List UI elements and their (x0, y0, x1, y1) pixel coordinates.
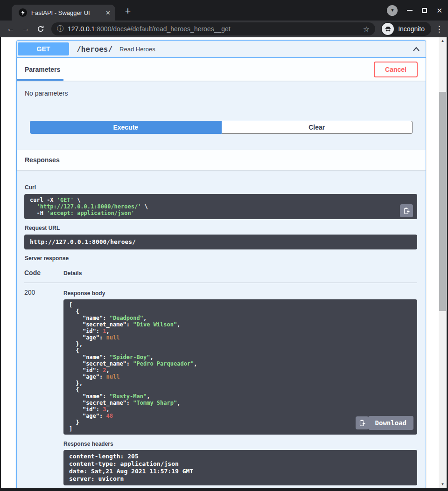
request-url-label: Request URL (25, 225, 417, 231)
opblock-get-heroes: GET /heroes/ Read Heroes Parameters Canc… (16, 40, 426, 488)
copy-curl-button[interactable] (400, 204, 413, 217)
back-icon[interactable]: ← (4, 24, 18, 34)
incognito-badge: Incognito (381, 22, 431, 36)
response-details: Response body Download [ { "name": " (63, 289, 417, 485)
active-tab-underline (17, 79, 63, 81)
curl-label: Curl (25, 184, 417, 191)
minimize-button[interactable] (407, 10, 413, 11)
cancel-button[interactable]: Cancel (374, 62, 418, 77)
collapse-chevron-icon[interactable] (413, 47, 420, 52)
page-area: GET /heroes/ Read Heroes Parameters Canc… (0, 37, 448, 488)
status-code: 200 (24, 289, 63, 485)
url-text: 127.0.0.1:8000/docs#/default/read_heroes… (68, 25, 359, 33)
browser-tab[interactable]: FastAPI - Swagger UI ✕ (12, 5, 115, 21)
fastapi-favicon-icon (19, 8, 27, 17)
parameters-header: Parameters Cancel (17, 58, 426, 81)
details-column-header: Details (63, 270, 82, 277)
new-tab-button[interactable]: + (121, 5, 134, 18)
endpoint-summary: Read Heroes (119, 46, 155, 53)
forward-icon[interactable]: → (19, 24, 33, 34)
window-close-button[interactable]: ✕ (436, 7, 442, 14)
scrollbar-down-icon[interactable]: ▼ (439, 482, 447, 486)
maximize-button[interactable] (422, 8, 427, 13)
tab-search-icon[interactable]: ▼ (387, 5, 398, 16)
url-path: :8000/docs#/default/read_heroes_heroes__… (95, 25, 230, 33)
response-headers-label: Response headers (63, 441, 417, 447)
url-host: 127.0.0.1 (68, 25, 95, 33)
site-info-icon[interactable]: ⓘ (57, 25, 63, 33)
code-column-header: Code (24, 269, 63, 277)
response-body-block: Download [ { "name": "Deadpond", "secret… (63, 299, 417, 435)
address-bar[interactable]: ⓘ 127.0.0.1:8000/docs#/default/read_hero… (51, 22, 375, 35)
copy-response-button[interactable] (356, 416, 369, 429)
curl-command-block: curl -X 'GET' \ 'http://127.0.0.1:8000/h… (24, 194, 417, 219)
scrollbar-up-icon[interactable]: ▲ (439, 39, 447, 43)
bookmark-star-icon[interactable]: ☆ (363, 25, 370, 34)
swagger-content: GET /heroes/ Read Heroes Parameters Canc… (1, 37, 439, 488)
tab-title: FastAPI - Swagger UI (31, 9, 102, 16)
browser-menu-icon[interactable]: ⋮ (434, 24, 444, 34)
incognito-label: Incognito (398, 25, 425, 33)
page-scrollbar[interactable]: ▲ ▼ (439, 37, 447, 488)
request-url-block: http://127.0.0.1:8000/heroes/ (24, 235, 417, 249)
responses-section: Curl curl -X 'GET' \ 'http://127.0.0.1:8… (17, 170, 426, 488)
execute-button[interactable]: Execute (30, 121, 222, 134)
reload-icon[interactable] (34, 24, 48, 34)
download-button[interactable]: Download (368, 416, 413, 430)
execute-wrapper: Execute Clear (30, 121, 413, 134)
responses-title: Responses (25, 156, 60, 164)
opblock-summary[interactable]: GET /heroes/ Read Heroes (17, 41, 426, 58)
incognito-icon (382, 23, 394, 35)
responses-header: Responses (17, 150, 426, 170)
tab-close-icon[interactable]: ✕ (105, 10, 111, 16)
server-response-label: Server response (25, 255, 417, 262)
response-headers-block: content-length: 205content-type: applica… (63, 450, 417, 485)
response-table-header: Code Details (24, 269, 417, 283)
response-body-label: Response body (63, 290, 417, 297)
response-row-200: 200 Response body Download (24, 283, 417, 485)
endpoint-path: /heroes/ (77, 45, 112, 54)
browser-toolbar: ← → ⓘ 127.0.0.1:8000/docs#/default/read_… (0, 21, 448, 37)
window-bottom-edge (0, 488, 448, 491)
no-parameters-text: No parameters (25, 90, 426, 97)
scrollbar-thumb[interactable] (439, 92, 446, 311)
window-controls: ▼ ✕ (387, 5, 442, 16)
tab-parameters[interactable]: Parameters (25, 66, 60, 73)
method-badge: GET (18, 42, 69, 55)
request-url-value: http://127.0.0.1:8000/heroes/ (30, 239, 412, 245)
clear-button[interactable]: Clear (222, 121, 413, 134)
browser-titlebar: FastAPI - Swagger UI ✕ + ▼ ✕ (0, 0, 448, 21)
